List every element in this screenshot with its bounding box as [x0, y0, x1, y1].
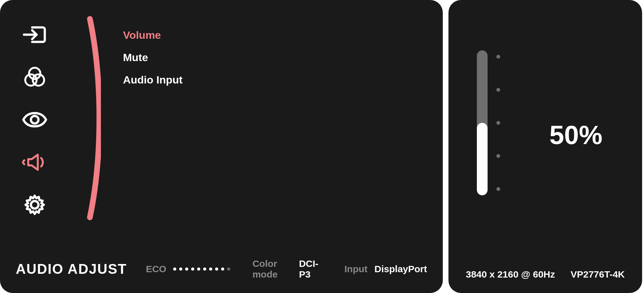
- menu-item-mute[interactable]: Mute: [123, 51, 183, 64]
- arc-divider: [63, 16, 101, 221]
- tick: [496, 88, 500, 92]
- svg-point-3: [31, 116, 38, 124]
- osd-side-panel: 50% 3840 x 2160 @ 60Hz VP2776T-4K: [448, 0, 642, 293]
- slider-track: [477, 50, 488, 195]
- tick: [496, 154, 500, 158]
- slider-ticks: [496, 50, 500, 195]
- page-title: AUDIO ADJUST: [16, 261, 127, 277]
- svg-point-4: [31, 201, 38, 209]
- tick: [496, 55, 500, 59]
- volume-slider[interactable]: [477, 50, 527, 198]
- eco-dots: [173, 267, 230, 271]
- footer-bar: AUDIO ADJUST ECO Color mode DCI-P3 Input…: [16, 258, 427, 280]
- menu-item-volume[interactable]: Volume: [123, 29, 183, 41]
- menu-list: Volume Mute Audio Input: [123, 29, 183, 86]
- audio-icon[interactable]: [22, 151, 47, 173]
- model-text: VP2776T-4K: [571, 269, 625, 280]
- footer-input: Input DisplayPort: [344, 264, 427, 274]
- input-value: DisplayPort: [374, 264, 427, 274]
- view-mode-icon[interactable]: [22, 109, 47, 131]
- volume-percent: 50%: [549, 120, 602, 150]
- slider-fill: [477, 123, 488, 195]
- footer-eco: ECO: [146, 264, 230, 274]
- side-footer: 3840 x 2160 @ 60Hz VP2776T-4K: [466, 269, 625, 280]
- eco-label: ECO: [146, 264, 166, 274]
- settings-icon[interactable]: [22, 194, 47, 216]
- tick: [496, 121, 500, 125]
- color-icon[interactable]: [22, 66, 47, 88]
- color-mode-label: Color mode: [252, 258, 292, 280]
- menu-item-audio-input[interactable]: Audio Input: [123, 74, 183, 86]
- resolution-text: 3840 x 2160 @ 60Hz: [466, 269, 555, 280]
- color-mode-value: DCI-P3: [299, 258, 322, 280]
- svg-point-0: [29, 68, 40, 79]
- footer-color-mode: Color mode DCI-P3: [252, 258, 322, 280]
- input-select-icon[interactable]: [22, 24, 47, 46]
- osd-main-panel: Volume Mute Audio Input AUDIO ADJUST ECO…: [0, 0, 443, 293]
- tick: [496, 187, 500, 191]
- nav-icon-column: [22, 24, 47, 216]
- input-label: Input: [344, 264, 367, 274]
- svg-point-2: [33, 74, 44, 86]
